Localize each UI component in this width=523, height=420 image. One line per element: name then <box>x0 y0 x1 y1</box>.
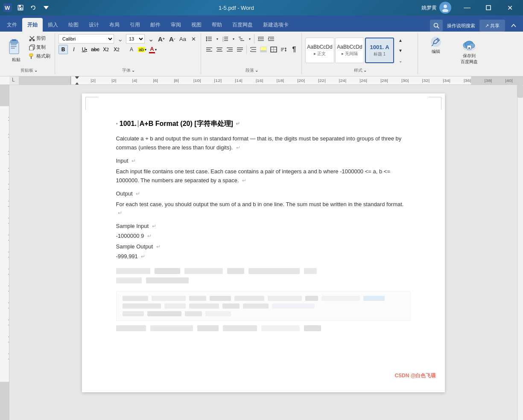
styles-expand-icon[interactable]: ⌄ <box>363 68 367 73</box>
para-2[interactable]: Each input file contains one test case. … <box>116 167 411 185</box>
quick-save-button[interactable] <box>15 3 26 13</box>
tab-baidu[interactable]: 百度网盘 <box>227 18 258 32</box>
subscript-button[interactable]: X2 <box>101 45 111 54</box>
underline-button[interactable]: U▾ <box>80 45 89 54</box>
increase-indent-button[interactable] <box>266 34 276 44</box>
tab-review[interactable]: 审阅 <box>166 18 186 32</box>
font-controls: Calibri ⌄ 13 ⌄ A+ A- Aa ✕ B I U▾ abc <box>58 34 198 54</box>
para-3[interactable]: For each test case, you should output th… <box>116 200 411 218</box>
para-expand-icon[interactable]: ⌄ <box>255 68 258 73</box>
italic-button[interactable]: I <box>69 45 79 54</box>
edit-button[interactable]: 编辑 <box>425 34 447 56</box>
tab-design[interactable]: 设计 <box>84 18 104 32</box>
tab-home[interactable]: 开始 <box>22 18 43 32</box>
styles-more[interactable]: ⌄ <box>396 56 405 65</box>
decrease-indent-button[interactable] <box>256 34 266 44</box>
text-effects-button[interactable]: A <box>127 45 136 54</box>
bullets-dropdown[interactable]: ▾ <box>215 34 220 44</box>
style-no-spacing[interactable]: AaBbCcDd ▸ 无间隔 <box>335 38 364 63</box>
styles-scroll-up[interactable]: ▲ <box>396 35 405 45</box>
numbering-dropdown[interactable]: ▾ <box>231 34 236 44</box>
style-heading1-preview: 1001. A <box>370 44 389 50</box>
align-right-button[interactable] <box>225 45 234 54</box>
copy-button[interactable]: 复制 <box>27 43 52 51</box>
styles-label: 样式 <box>354 67 362 73</box>
align-left-button[interactable] <box>205 45 214 54</box>
sample-output-label[interactable]: Sample Output ↵ <box>116 243 411 250</box>
font-expand-icon[interactable]: ⌄ <box>131 68 135 73</box>
margin-mark-tl2 <box>85 97 86 110</box>
right-scrollbar[interactable] <box>517 85 523 420</box>
return-mark-5: ↵ <box>136 191 140 197</box>
multilevel-list-button[interactable] <box>237 34 246 44</box>
tab-file[interactable]: 文件 <box>2 18 22 32</box>
document-title: 1-5.pdf - Word <box>51 5 421 11</box>
search-icon[interactable] <box>430 20 443 32</box>
search-label[interactable]: 操作说明搜索 <box>447 23 475 29</box>
clipboard-expand-icon[interactable]: ⌄ <box>34 68 38 73</box>
highlight-button[interactable]: ab▾ <box>137 45 147 54</box>
sample-output-value[interactable]: -999,991 ↵ <box>116 253 411 260</box>
tab-new[interactable]: 新建选项卡 <box>258 18 294 32</box>
svg-text:|18|: |18| <box>276 78 284 82</box>
tab-draw[interactable]: 绘图 <box>63 18 84 32</box>
main-content-area: |2| |4| |6| |8| |10| |12| |14| |16| |18|… <box>0 85 523 420</box>
paragraph-marks-button[interactable]: ¶ <box>289 45 299 54</box>
borders-button[interactable] <box>269 45 278 54</box>
tab-help[interactable]: 帮助 <box>207 18 227 32</box>
clear-format-button[interactable]: ✕ <box>189 34 198 44</box>
style-heading1[interactable]: 1001. A 标题 1 <box>365 38 394 63</box>
quick-undo-button[interactable] <box>28 3 38 13</box>
tab-view[interactable]: 视图 <box>186 18 207 32</box>
align-center-button[interactable] <box>215 45 224 54</box>
document-heading[interactable]: ■ 1001. A+B Format (20) [字符串处理] ↵ <box>116 119 411 128</box>
input-label[interactable]: Input ↵ <box>116 158 411 164</box>
ribbon-collapse-button[interactable] <box>509 21 518 30</box>
style-normal-preview: AaBbCcDd <box>307 44 332 50</box>
change-case-button[interactable]: Aa <box>178 34 187 44</box>
output-label[interactable]: Output ↵ <box>116 190 411 197</box>
shading-button[interactable] <box>259 45 268 54</box>
font-name-dropdown[interactable]: ⌄ <box>115 34 125 44</box>
numbering-button[interactable]: 1. 2. 3. <box>221 34 230 44</box>
font-size-dropdown[interactable]: ⌄ <box>146 34 155 44</box>
bold-button[interactable]: B <box>58 45 68 54</box>
save-cloud-button[interactable]: 保存到 百度网盘 <box>456 34 482 67</box>
tab-layout[interactable]: 布局 <box>104 18 125 32</box>
paste-button[interactable]: 粘贴 <box>6 34 26 67</box>
cut-button[interactable]: 剪切 <box>27 34 52 42</box>
customize-quick-access-button[interactable] <box>41 3 51 13</box>
format-painter-button[interactable]: 格式刷 <box>27 52 52 60</box>
decrease-font-button[interactable]: A- <box>167 34 177 44</box>
tab-insert[interactable]: 插入 <box>43 18 63 32</box>
font-name-select[interactable]: Calibri <box>58 34 114 44</box>
increase-font-button[interactable]: A+ <box>157 34 166 44</box>
tab-mailings[interactable]: 邮件 <box>145 18 166 32</box>
sample-input-value[interactable]: -1000000 9 ↵ <box>116 233 411 239</box>
font-color-button[interactable]: A ▾ <box>148 45 158 54</box>
para-1[interactable]: Calculate a + b and output the sum in st… <box>116 134 411 152</box>
maximize-button[interactable] <box>479 0 498 15</box>
user-avatar[interactable] <box>439 2 451 14</box>
share-button[interactable]: ↗共享 <box>479 20 505 32</box>
multilevel-dropdown[interactable]: ▾ <box>247 34 252 44</box>
tab-references[interactable]: 引用 <box>125 18 145 32</box>
font-size-select[interactable]: 13 <box>126 34 145 44</box>
line-spacing-button[interactable] <box>248 45 258 54</box>
document-scroll-area[interactable]: ■ 1001. A+B Format (20) [字符串处理] ↵ Calcul… <box>9 85 517 420</box>
svg-text:|34|: |34| <box>443 78 450 82</box>
svg-rect-91 <box>71 76 471 85</box>
style-normal[interactable]: AaBbCcDd ▸ 正文 <box>305 38 334 63</box>
bullets-button[interactable] <box>205 34 214 44</box>
sort-button[interactable] <box>279 45 289 54</box>
superscript-button[interactable]: X2 <box>112 45 121 54</box>
svg-text:|24|: |24| <box>339 78 347 82</box>
scroll-thumb[interactable] <box>517 85 523 98</box>
clipboard-sub-buttons: 剪切 复制 格式刷 <box>27 34 52 67</box>
close-button[interactable]: ✕ <box>500 0 520 15</box>
sample-input-label[interactable]: Sample Input ↵ <box>116 223 411 229</box>
minimize-button[interactable]: — <box>457 0 477 15</box>
strikethrough-button[interactable]: abc <box>91 45 100 54</box>
justify-button[interactable] <box>235 45 245 54</box>
styles-scroll-down[interactable]: ▼ <box>396 46 405 55</box>
